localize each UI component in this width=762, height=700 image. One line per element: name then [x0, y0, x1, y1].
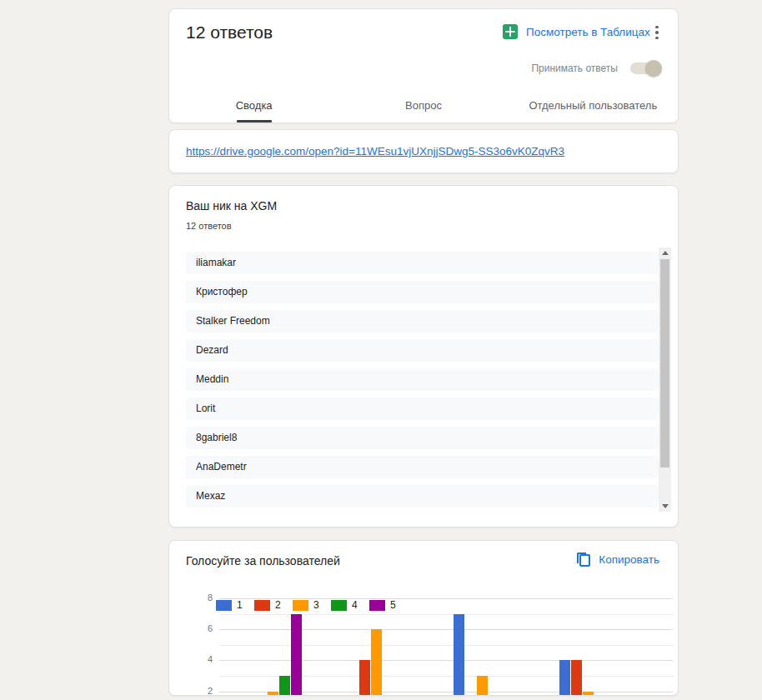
scroll-up-button[interactable] — [659, 248, 671, 258]
response-row: Stalker Freedom — [186, 310, 658, 332]
y-axis-tick-label: 2 — [188, 686, 213, 696]
scrollbar-thumb[interactable] — [660, 259, 669, 468]
tab-summary[interactable]: Сводка — [169, 88, 338, 122]
legend-label-3: 3 — [313, 599, 319, 611]
gridline — [219, 614, 673, 615]
more-options-button[interactable] — [646, 22, 668, 43]
gridline — [219, 645, 673, 646]
tab-label: Отдельный пользователь — [529, 99, 657, 112]
bar-series-1-group-3 — [454, 614, 464, 696]
legend-label-4: 4 — [352, 599, 358, 611]
gridline — [219, 629, 673, 630]
response-row: Lorit — [186, 398, 658, 420]
active-tab-underline — [237, 120, 272, 122]
nick-response-count: 12 ответов — [186, 221, 232, 231]
scroll-down-button[interactable] — [659, 501, 671, 512]
kebab-menu-icon — [655, 26, 659, 40]
toggle-knob-icon — [645, 60, 662, 77]
drive-link[interactable]: https://drive.google.com/open?id=11WEsu1… — [186, 145, 564, 158]
gridline — [219, 660, 673, 661]
bar-series-3-group-2 — [371, 629, 382, 696]
legend-swatch-2 — [254, 600, 270, 611]
accept-responses-toggle[interactable] — [630, 62, 659, 74]
bar-series-4-group-1 — [279, 676, 290, 696]
nick-question-title: Ваш ник на XGM — [186, 199, 277, 212]
response-row: Dezard — [186, 339, 658, 362]
legend-label-5: 5 — [390, 599, 396, 611]
response-row: iliamakar — [186, 252, 658, 274]
gridline — [219, 598, 673, 599]
nick-question-card: Ваш ник на XGM 12 ответов iliamakarКрист… — [168, 185, 679, 528]
vote-bar-chart: 246812345 — [169, 541, 679, 696]
y-axis-tick-label: 6 — [188, 623, 213, 633]
view-in-sheets-button[interactable]: Посмотреть в Таблицах — [503, 24, 650, 39]
legend-label-2: 2 — [275, 599, 281, 611]
legend-swatch-3 — [293, 600, 308, 611]
legend-swatch-1 — [216, 600, 232, 611]
legend-label-1: 1 — [237, 599, 243, 611]
response-row: 8gabriel8 — [186, 427, 658, 449]
bar-series-2-group-2 — [359, 660, 370, 696]
response-row: Meddin — [186, 368, 658, 391]
drive-link-card: https://drive.google.com/open?id=11WEsu1… — [168, 129, 679, 173]
legend-swatch-5 — [369, 600, 385, 611]
legend-swatch-4 — [331, 600, 347, 611]
vote-question-card: Голосуйте за пользователей Копировать 24… — [168, 540, 679, 696]
bar-series-3-group-1 — [268, 692, 278, 696]
y-axis-tick-label: 4 — [188, 654, 213, 664]
responses-list: iliamakarКристоферStalker FreedomDezardM… — [186, 252, 658, 514]
google-sheets-icon — [503, 24, 518, 39]
responses-count-title: 12 ответов — [186, 22, 273, 42]
bar-series-2-group-4 — [571, 660, 582, 696]
view-in-sheets-label: Посмотреть в Таблицах — [526, 26, 650, 38]
tab-question[interactable]: Вопрос — [338, 88, 508, 122]
response-row: Кристофер — [186, 281, 658, 303]
bar-series-3-group-3 — [477, 676, 488, 696]
tab-individual[interactable]: Отдельный пользователь — [509, 88, 678, 122]
triangle-down-icon — [662, 504, 669, 508]
response-row: Mexaz — [186, 485, 658, 508]
responses-scrollbar[interactable] — [659, 248, 671, 512]
accept-responses-row: Принимать ответы — [531, 62, 659, 74]
bar-series-3-group-4 — [583, 692, 594, 696]
bar-series-1-group-4 — [559, 660, 570, 696]
tab-label: Вопрос — [405, 99, 442, 112]
responses-header-card: 12 ответов Посмотреть в Таблицах Принима… — [168, 8, 679, 123]
tab-label: Сводка — [236, 99, 273, 112]
response-row: AnaDemetr — [186, 456, 658, 478]
bar-series-5-group-1 — [291, 614, 302, 696]
tabs-bar: СводкаВопросОтдельный пользователь — [169, 88, 678, 122]
triangle-up-icon — [662, 251, 669, 255]
y-axis-tick-label: 8 — [188, 592, 213, 602]
accept-responses-label: Принимать ответы — [531, 62, 618, 74]
